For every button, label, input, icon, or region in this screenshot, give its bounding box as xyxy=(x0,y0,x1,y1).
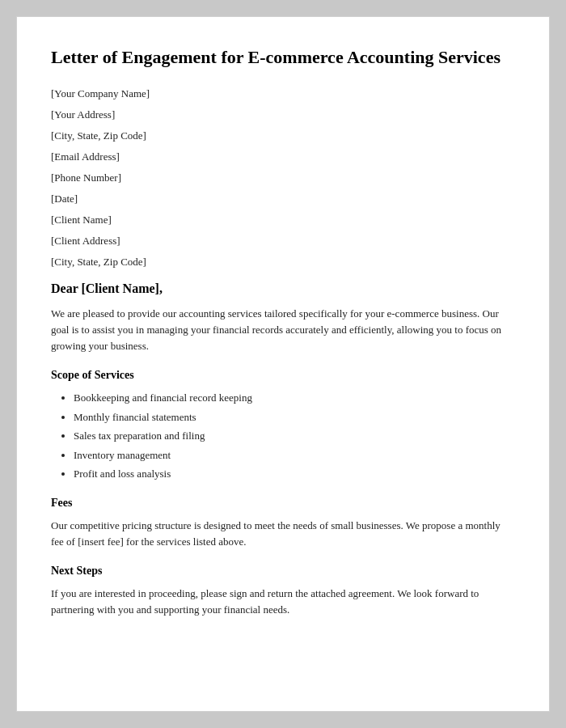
list-item: Sales tax preparation and filing xyxy=(74,428,515,444)
sender-city-state-zip: [City, State, Zip Code] xyxy=(51,129,515,142)
list-item: Inventory management xyxy=(74,447,515,463)
recipient-name: [Client Name] xyxy=(51,214,515,226)
recipient-city-state-zip: [City, State, Zip Code] xyxy=(51,256,515,269)
fees-heading: Fees xyxy=(51,497,515,510)
fees-paragraph: Our competitive pricing structure is des… xyxy=(51,518,515,550)
list-item: Bookkeeping and financial record keeping xyxy=(74,390,515,406)
intro-paragraph: We are pleased to provide our accounting… xyxy=(51,306,515,354)
sender-address-block: [Your Company Name] [Your Address] [City… xyxy=(51,87,515,184)
sender-address: [Your Address] xyxy=(51,108,515,121)
letter-date: [Date] xyxy=(51,193,515,205)
salutation: Dear [Client Name], xyxy=(51,281,515,296)
letter-title: Letter of Engagement for E-commerce Acco… xyxy=(51,46,515,70)
scope-heading: Scope of Services xyxy=(51,369,515,382)
services-list: Bookkeeping and financial record keeping… xyxy=(74,390,515,482)
recipient-address: [Client Address] xyxy=(51,235,515,248)
letter-document: Letter of Engagement for E-commerce Acco… xyxy=(16,16,550,712)
next-steps-paragraph: If you are interested in proceeding, ple… xyxy=(51,586,515,618)
recipient-address-block: [Client Name] [Client Address] [City, St… xyxy=(51,214,515,269)
next-steps-heading: Next Steps xyxy=(51,565,515,578)
sender-phone: [Phone Number] xyxy=(51,171,515,184)
list-item: Profit and loss analysis xyxy=(74,466,515,482)
sender-email: [Email Address] xyxy=(51,150,515,163)
sender-company: [Your Company Name] xyxy=(51,87,515,100)
list-item: Monthly financial statements xyxy=(74,409,515,425)
